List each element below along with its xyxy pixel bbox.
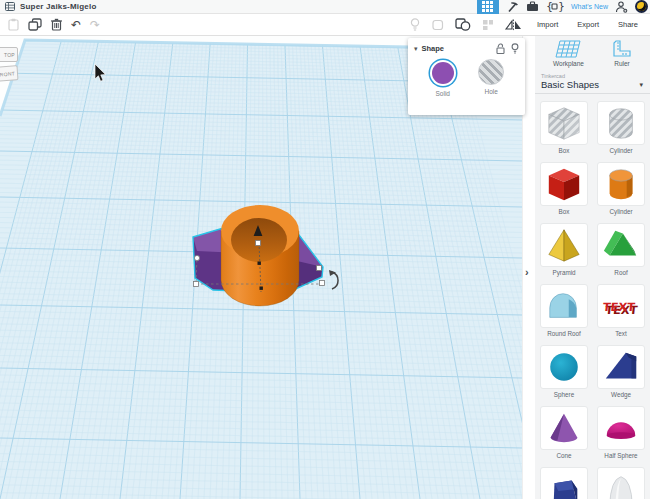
shape-thumbnail[interactable]: [540, 406, 588, 450]
shape-thumbnail[interactable]: [540, 162, 588, 206]
shape-grid: Box Cylinder Box Cylinder Pyramid: [535, 94, 650, 499]
shape-thumbnail[interactable]: [540, 101, 588, 145]
tinkercad-app: Super Jaiks-Migelo {} What's New: [0, 0, 650, 499]
redo-icon[interactable]: ↷: [90, 20, 100, 30]
shape-label: Text: [615, 330, 627, 338]
shape-label: Wedge: [611, 391, 631, 399]
shape-card-roof[interactable]: Roof: [597, 223, 645, 277]
export-button[interactable]: Export: [573, 18, 603, 31]
ruler-tool[interactable]: Ruler: [612, 40, 632, 67]
collapse-panel-chevron[interactable]: ›: [525, 266, 529, 278]
shape-card-cylinder[interactable]: Cylinder: [597, 162, 645, 216]
svg-text:TEXT: TEXT: [602, 300, 636, 314]
solid-swatch[interactable]: [432, 62, 454, 84]
home-grid-icon[interactable]: [5, 2, 15, 11]
shape-card-half-sphere[interactable]: Half Sphere: [597, 406, 645, 460]
title-bar: Super Jaiks-Migelo {} What's New: [0, 0, 650, 14]
ungroup-icon[interactable]: [482, 19, 494, 31]
share-button[interactable]: Share: [614, 18, 642, 31]
solid-option[interactable]: Solid: [429, 59, 457, 97]
shape-label: Cone: [556, 452, 571, 460]
shape-card-cylinder-hole[interactable]: Cylinder: [597, 101, 645, 155]
shape-card-cone[interactable]: Cone: [540, 406, 588, 460]
shape-card-text[interactable]: TEXT TEXT Text: [597, 284, 645, 338]
shape-library-selector[interactable]: Tinkercad Basic Shapes ▾: [535, 69, 650, 94]
node-bottom: [260, 287, 263, 290]
shape-outline-icon[interactable]: [431, 19, 444, 31]
whats-new-link[interactable]: What's New: [571, 3, 608, 10]
codeblocks-icon[interactable]: {}: [546, 1, 564, 12]
edit-toolbar: ↶ ↷ Import Export Share: [0, 14, 650, 36]
shape-label: Box: [559, 208, 570, 216]
shape-inspector-panel: ▾ Shape Solid Hole: [408, 38, 525, 115]
undo-icon[interactable]: ↶: [71, 20, 81, 30]
shape-card-pyramid[interactable]: Pyramid: [540, 223, 588, 277]
shape-thumbnail[interactable]: [540, 223, 588, 267]
scale-handle-corner-right: [320, 281, 325, 286]
ruler-icon: [612, 40, 632, 58]
shape-thumbnail[interactable]: [540, 284, 588, 328]
scale-handle-corner-left: [194, 282, 199, 287]
hole-swatch[interactable]: [478, 59, 504, 85]
shape-label: Cylinder: [609, 147, 632, 155]
toolbox-icon[interactable]: [526, 1, 539, 12]
design-title: Super Jaiks-Migelo: [20, 2, 97, 11]
hole-option[interactable]: Hole: [478, 59, 504, 97]
shapes-sidebar: Workplane Ruler Tinkercad Basic Shapes ▾…: [535, 36, 650, 499]
shape-panel-title: Shape: [422, 44, 445, 53]
import-button[interactable]: Import: [533, 18, 562, 31]
shape-label: Box: [559, 147, 570, 155]
shape-card-round-roof[interactable]: Round Roof: [540, 284, 588, 338]
duplicate-icon[interactable]: [28, 18, 42, 31]
library-dropdown-caret[interactable]: ▾: [639, 81, 643, 89]
lightbulb-icon[interactable]: [511, 43, 519, 54]
delete-icon[interactable]: [51, 18, 62, 31]
shape-label: Cylinder: [609, 208, 632, 216]
shape-thumbnail[interactable]: [597, 162, 645, 206]
node-mid: [258, 262, 261, 265]
shape-card-wedge[interactable]: Wedge: [597, 345, 645, 399]
pickaxe-icon[interactable]: [506, 1, 519, 13]
shape-thumbnail[interactable]: [597, 101, 645, 145]
library-name: Basic Shapes: [541, 79, 644, 90]
shape-card-box-hole[interactable]: Box: [540, 101, 588, 155]
tube-inner-wall: [231, 218, 287, 262]
show-all-lightbulb-icon[interactable]: [410, 18, 420, 31]
shape-label: Roof: [614, 269, 627, 277]
shape-thumbnail[interactable]: [597, 406, 645, 450]
invite-person-icon[interactable]: [615, 1, 628, 13]
shape-thumbnail[interactable]: [597, 467, 645, 499]
lock-open-icon[interactable]: [496, 43, 505, 54]
scale-handle-top: [256, 241, 261, 246]
shape-thumbnail[interactable]: [540, 467, 588, 499]
paste-icon[interactable]: [8, 18, 19, 31]
shape-label: Sphere: [554, 391, 574, 399]
blocks-view-button[interactable]: [477, 0, 499, 14]
scale-handle-left-mid: [194, 255, 199, 260]
shape-card-polygon[interactable]: [540, 467, 588, 499]
shape-thumbnail[interactable]: [597, 223, 645, 267]
shape-thumbnail[interactable]: TEXT TEXT: [597, 284, 645, 328]
shape-card-paraboloid[interactable]: [597, 467, 645, 499]
workplane-icon: [555, 40, 581, 58]
shape-panel-caret[interactable]: ▾: [414, 45, 418, 53]
user-avatar[interactable]: [635, 0, 648, 13]
shape-thumbnail[interactable]: [540, 345, 588, 389]
scale-handle-right-mid: [317, 266, 322, 271]
shape-thumbnail[interactable]: [597, 345, 645, 389]
viewcube-front[interactable]: FRONT: [0, 65, 18, 82]
shape-label: Pyramid: [552, 269, 575, 277]
shape-card-sphere[interactable]: Sphere: [540, 345, 588, 399]
workplane-tool[interactable]: Workplane: [553, 40, 584, 67]
svg-text:}: }: [558, 1, 564, 12]
shape-label: Half Sphere: [604, 452, 637, 460]
viewcube-top[interactable]: TOP: [0, 47, 18, 62]
mirror-icon[interactable]: [505, 19, 522, 31]
shape-label: Round Roof: [547, 330, 581, 338]
group-icon[interactable]: [455, 18, 471, 31]
shape-card-box[interactable]: Box: [540, 162, 588, 216]
